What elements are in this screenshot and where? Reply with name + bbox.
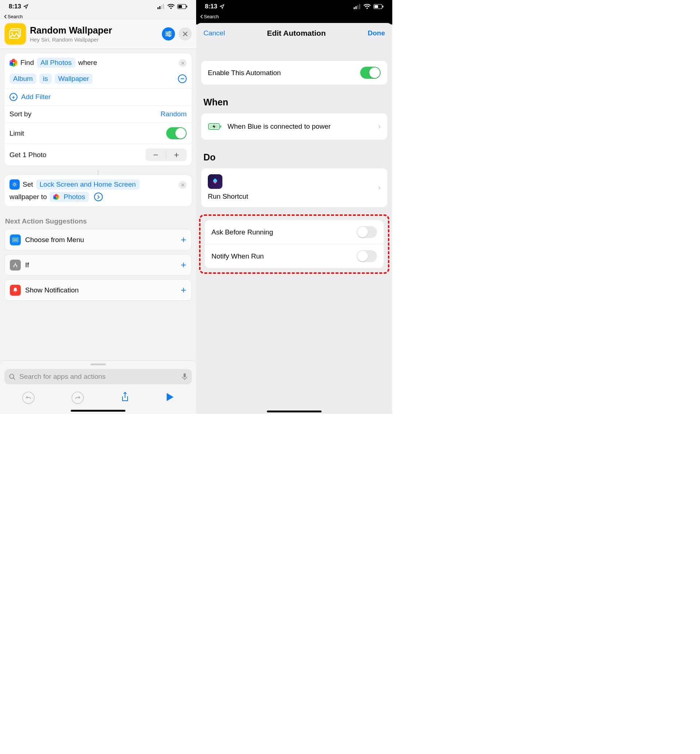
- svg-point-15: [169, 35, 170, 36]
- svg-rect-27: [357, 5, 358, 9]
- suggestion-choose-menu[interactable]: Choose from Menu+: [5, 229, 192, 250]
- ask-before-running-row: Ask Before Running: [205, 220, 384, 244]
- bottom-dock: Search for apps and actions: [0, 360, 196, 414]
- add-suggestion-icon[interactable]: +: [181, 234, 186, 246]
- shortcut-subtitle: Hey Siri, Random Wallpaper: [30, 36, 112, 43]
- charging-icon: [208, 119, 222, 134]
- svg-point-9: [11, 33, 13, 34]
- back-label: Search: [8, 14, 23, 19]
- do-header: Do: [196, 142, 392, 166]
- shortcut-app-icon: [5, 23, 26, 45]
- add-filter-row[interactable]: +Add Filter: [5, 88, 192, 105]
- delete-action-icon[interactable]: ✕: [179, 59, 187, 67]
- notify-label: Notify When Run: [211, 252, 264, 260]
- mic-icon[interactable]: [182, 373, 188, 380]
- photo-count-stepper[interactable]: −+: [145, 149, 187, 161]
- notify-when-run-toggle[interactable]: [356, 250, 377, 262]
- wallpaper-target-token[interactable]: Lock Screen and Home Screen: [36, 179, 140, 189]
- svg-rect-30: [374, 5, 378, 8]
- share-button[interactable]: [121, 392, 129, 404]
- svg-rect-24: [184, 373, 186, 377]
- svg-point-18: [14, 183, 15, 185]
- modal-title: Edit Automation: [267, 29, 326, 38]
- undo-button[interactable]: [22, 391, 34, 404]
- find-source-token[interactable]: All Photos: [37, 58, 75, 68]
- shortcut-header: Random Wallpaper Hey Siri, Random Wallpa…: [0, 20, 196, 49]
- when-trigger-row[interactable]: When Blue is connected to power ›: [201, 113, 387, 140]
- suggestion-notification[interactable]: Show Notification+: [5, 279, 192, 301]
- filter-value-token[interactable]: Wallpaper: [55, 74, 93, 84]
- done-button[interactable]: Done: [368, 29, 385, 37]
- plus-icon: +: [9, 93, 17, 101]
- status-time: 8:13: [205, 3, 217, 10]
- set-label: Set: [23, 180, 33, 189]
- status-bar: 8:13: [196, 0, 392, 13]
- stepper-minus[interactable]: −: [145, 149, 166, 161]
- svg-rect-19: [12, 238, 18, 242]
- svg-rect-31: [383, 5, 384, 7]
- photos-icon: [53, 194, 59, 200]
- photos-icon: [9, 59, 17, 67]
- svg-point-13: [169, 31, 170, 33]
- wallpaper-icon: [9, 179, 20, 189]
- when-header: When: [196, 88, 392, 111]
- settings-button[interactable]: [162, 27, 175, 41]
- back-to-search[interactable]: Search: [0, 13, 196, 20]
- cancel-button[interactable]: Cancel: [203, 29, 225, 37]
- add-filter-label: Add Filter: [21, 93, 51, 101]
- suggestion-label: Choose from Menu: [25, 236, 84, 244]
- close-button[interactable]: [179, 27, 192, 41]
- enable-automation-toggle[interactable]: [360, 67, 381, 79]
- svg-line-23: [14, 378, 15, 379]
- modal-nav: Cancel Edit Automation Done: [196, 23, 392, 44]
- battery-icon: [373, 4, 384, 9]
- chevron-right-icon: ›: [378, 183, 381, 192]
- search-input[interactable]: Search for apps and actions: [5, 369, 192, 384]
- filter-op-token[interactable]: is: [39, 74, 52, 84]
- limit-label: Limit: [9, 130, 24, 138]
- svg-point-22: [9, 374, 14, 378]
- home-indicator[interactable]: [267, 411, 322, 412]
- ask-label: Ask Before Running: [211, 228, 273, 236]
- add-suggestion-icon[interactable]: +: [181, 259, 186, 271]
- shortcut-editor-screen: 8:13 Search Random Wallpaper Hey Siri, R…: [0, 0, 196, 414]
- svg-point-14: [167, 33, 168, 34]
- if-icon: [10, 260, 21, 271]
- do-action-row[interactable]: Run Shortcut ›: [201, 169, 387, 207]
- battery-icon: [177, 4, 188, 9]
- svg-rect-5: [178, 5, 182, 8]
- back-label: Search: [204, 14, 219, 19]
- do-action-label: Run Shortcut: [208, 192, 248, 200]
- ask-before-running-toggle[interactable]: [356, 226, 377, 238]
- shortcut-title[interactable]: Random Wallpaper: [30, 25, 112, 36]
- back-to-search[interactable]: Search: [196, 13, 392, 20]
- sort-by-value: Random: [161, 110, 187, 118]
- home-indicator[interactable]: [71, 410, 125, 411]
- edit-automation-screen: 8:13 Search Cancel Edit Automation Done …: [196, 0, 392, 414]
- grabber[interactable]: [91, 363, 106, 365]
- filter-field-token[interactable]: Album: [9, 74, 36, 84]
- limit-toggle[interactable]: [166, 127, 187, 139]
- svg-rect-28: [359, 4, 360, 9]
- remove-filter-button[interactable]: −: [178, 74, 187, 83]
- sort-by-row[interactable]: Sort by Random: [5, 105, 192, 122]
- svg-rect-34: [220, 125, 221, 128]
- delete-action-icon[interactable]: ✕: [179, 181, 187, 189]
- trigger-text: When Blue is connected to power: [228, 122, 331, 130]
- suggestion-if[interactable]: If+: [5, 254, 192, 275]
- get-photo-label: Get 1 Photo: [9, 151, 46, 159]
- notification-icon: [10, 285, 21, 296]
- location-icon: [219, 4, 225, 9]
- stepper-plus[interactable]: +: [166, 149, 187, 161]
- add-suggestion-icon[interactable]: +: [181, 285, 186, 296]
- wallpaper-source-token[interactable]: Photos: [50, 192, 89, 202]
- suggestion-label: If: [25, 261, 29, 269]
- play-button[interactable]: [166, 393, 174, 403]
- svg-rect-6: [186, 5, 188, 7]
- limit-row: Limit: [5, 122, 192, 144]
- redo-button[interactable]: [72, 391, 84, 404]
- location-icon: [23, 4, 28, 9]
- enable-automation-row: Enable This Automation: [201, 61, 387, 84]
- expand-action-button[interactable]: [94, 192, 103, 201]
- enable-label: Enable This Automation: [208, 69, 281, 77]
